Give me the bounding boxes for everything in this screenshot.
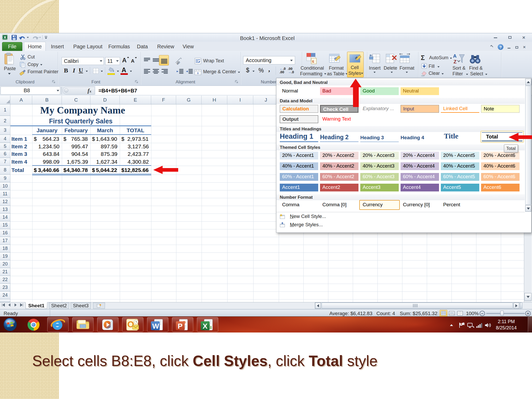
svg-text:X: X bbox=[4, 35, 6, 39]
svg-text:ab: ab bbox=[175, 60, 181, 65]
svg-text:X: X bbox=[203, 322, 208, 330]
svg-text:A: A bbox=[453, 53, 457, 59]
svg-text:a: a bbox=[197, 71, 199, 75]
svg-text:≤: ≤ bbox=[312, 59, 314, 63]
svg-text:W: W bbox=[152, 322, 159, 330]
svg-text:P: P bbox=[178, 322, 183, 330]
svg-text:Z: Z bbox=[454, 59, 457, 64]
